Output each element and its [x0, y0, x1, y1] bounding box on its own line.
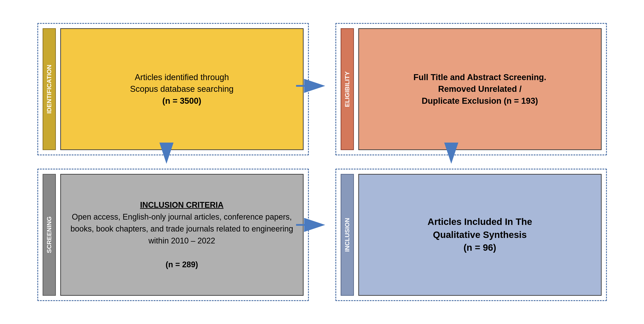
eligibility-text: Full Title and Abstract Screening. Remov… [414, 72, 546, 107]
eligibility-tab: ELIGIBILITY [341, 28, 354, 150]
inclusion-box: INCLUSION Articles Included In The Quali… [335, 168, 607, 301]
inclusion-content: Articles Included In The Qualitative Syn… [358, 174, 602, 296]
identification-tab: IDENTIFICATION [42, 28, 56, 150]
screening-box: SCREENING INCLUSION CRITERIA Open access… [37, 168, 309, 301]
screening-content: INCLUSION CRITERIA Open access, English-… [60, 174, 304, 296]
eligibility-box: ELIGIBILITY Full Title and Abstract Scre… [335, 23, 607, 156]
inclusion-text: Articles Included In The Qualitative Syn… [428, 216, 532, 254]
eligibility-content: Full Title and Abstract Screening. Remov… [358, 28, 602, 150]
screening-text: INCLUSION CRITERIA Open access, English-… [70, 199, 294, 270]
inclusion-tab: INCLUSION [341, 174, 354, 296]
identification-text: Articles identified through Scopus datab… [130, 72, 234, 107]
identification-box: IDENTIFICATION Articles identified throu… [37, 23, 309, 156]
screening-tab: SCREENING [42, 174, 56, 296]
identification-content: Articles identified through Scopus datab… [60, 28, 304, 150]
